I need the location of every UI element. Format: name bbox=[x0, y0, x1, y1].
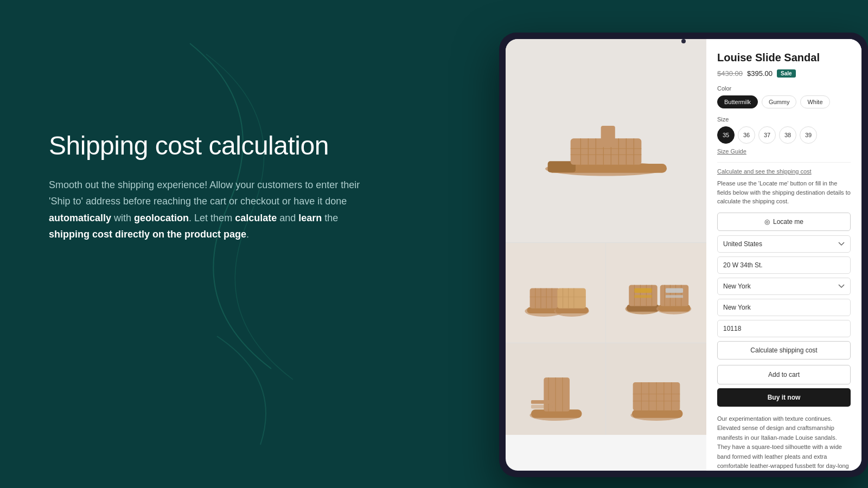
bottom-thumbnail-row bbox=[506, 343, 706, 435]
size-options: 35 36 37 38 39 bbox=[717, 126, 851, 144]
thumbnail-2[interactable] bbox=[606, 242, 706, 343]
product-title: Louise Slide Sandal bbox=[717, 51, 851, 64]
thumbnail-1[interactable] bbox=[506, 242, 606, 343]
page-heading: Shipping cost calculation bbox=[49, 130, 363, 162]
country-select[interactable]: United States bbox=[717, 235, 851, 253]
divider-1 bbox=[717, 162, 851, 163]
size-36[interactable]: 36 bbox=[738, 126, 755, 144]
zip-field[interactable] bbox=[717, 320, 851, 337]
buy-now-button[interactable]: Buy it now bbox=[717, 388, 851, 407]
size-39[interactable]: 39 bbox=[800, 126, 817, 144]
main-product-image[interactable] bbox=[506, 39, 706, 242]
size-37[interactable]: 37 bbox=[758, 126, 776, 144]
size-label: Size bbox=[717, 116, 851, 123]
svg-rect-37 bbox=[634, 288, 652, 293]
svg-rect-25 bbox=[557, 288, 585, 309]
shipping-calc-link[interactable]: Calculate and see the shipping cost bbox=[717, 168, 851, 175]
size-35[interactable]: 35 bbox=[717, 126, 735, 144]
svg-rect-55 bbox=[531, 404, 553, 408]
add-to-cart-button[interactable]: Add to cart bbox=[717, 365, 851, 384]
shipping-description: Please use the 'Locate me' button or fil… bbox=[717, 179, 851, 206]
location-icon: ◎ bbox=[764, 218, 770, 226]
color-label: Color bbox=[717, 85, 851, 92]
color-options: Buttermilk Gummy White bbox=[717, 95, 851, 108]
device-screen: Louise Slide Sandal $430.00 $395.00 Sale… bbox=[506, 39, 861, 471]
product-column: Louise Slide Sandal $430.00 $395.00 Sale… bbox=[706, 39, 861, 471]
svg-rect-47 bbox=[665, 295, 682, 298]
state-select[interactable]: New York bbox=[717, 278, 851, 295]
address-field[interactable] bbox=[717, 256, 851, 274]
locate-me-button[interactable]: ◎ Locate me bbox=[717, 213, 851, 231]
original-price: $430.00 bbox=[717, 69, 743, 78]
images-column bbox=[506, 39, 706, 471]
thumbnail-3[interactable] bbox=[506, 343, 606, 435]
thumbnail-4[interactable] bbox=[606, 343, 706, 435]
color-white[interactable]: White bbox=[800, 95, 829, 108]
page-description: Smooth out the shipping experience! Allo… bbox=[49, 177, 363, 243]
color-gummy[interactable]: Gummy bbox=[762, 95, 797, 108]
svg-rect-54 bbox=[531, 400, 553, 403]
svg-rect-38 bbox=[634, 295, 652, 298]
product-description: Our experimentation with texture continu… bbox=[717, 414, 851, 471]
price-row: $430.00 $395.00 Sale bbox=[717, 69, 851, 78]
calculate-shipping-button[interactable]: Calculate shipping cost bbox=[717, 341, 851, 359]
svg-rect-57 bbox=[631, 409, 682, 418]
svg-rect-46 bbox=[665, 288, 682, 293]
city-field[interactable] bbox=[717, 299, 851, 316]
sale-badge: Sale bbox=[777, 69, 796, 78]
svg-rect-14 bbox=[601, 126, 615, 147]
size-guide-link[interactable]: Size Guide bbox=[717, 148, 851, 155]
sale-price: $395.00 bbox=[747, 69, 773, 78]
color-buttermilk[interactable]: Buttermilk bbox=[717, 95, 758, 108]
device-frame: Louise Slide Sandal $430.00 $395.00 Sale… bbox=[499, 33, 868, 477]
svg-rect-17 bbox=[530, 288, 560, 309]
size-38[interactable]: 38 bbox=[779, 126, 796, 144]
thumbnail-row bbox=[506, 242, 706, 343]
